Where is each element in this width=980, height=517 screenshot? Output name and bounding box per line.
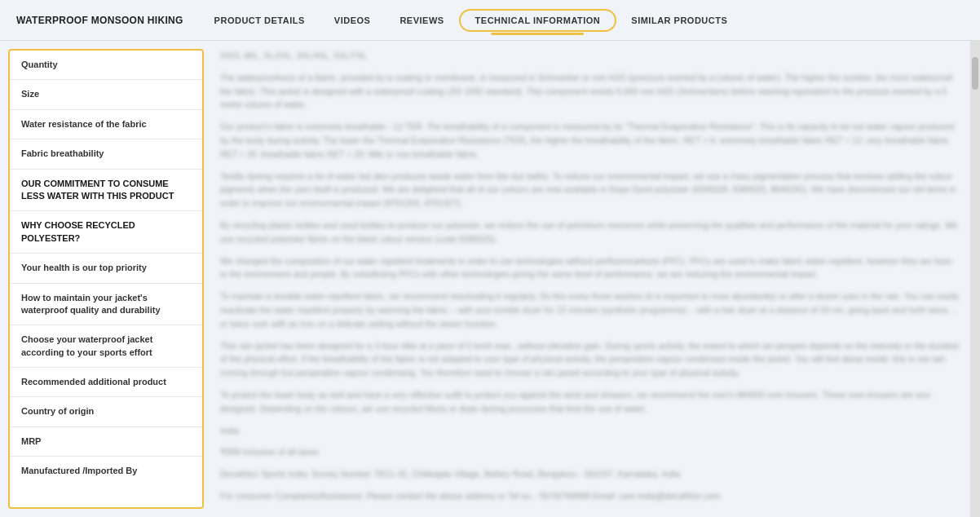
content-section-consumer-complaints-text: For consumer Complaints/Assistance: Plea… xyxy=(220,489,960,503)
sidebar-item-commitment-water[interactable]: OUR COMMITMENT TO CONSUME LESS WATER WIT… xyxy=(10,170,202,212)
brand-title: WATERPROOF MONSOON HIKING xyxy=(8,15,192,26)
nav-item-technical-information[interactable]: TECHNICAL INFORMATION xyxy=(459,9,617,32)
content-section-choose-jacket-text: This rain jacket has been designed for a… xyxy=(220,339,960,380)
section-text-health-priority-text: We changed the composition of our water … xyxy=(220,254,960,282)
section-text-recycled-polyester-text: By recycling plastic bottles and used bo… xyxy=(220,219,960,246)
section-text-choose-jacket-text: This rain jacket has been designed for a… xyxy=(220,339,960,380)
section-text-consumer-complaints-text: For consumer Complaints/Assistance: Plea… xyxy=(220,489,960,503)
nav-item-reviews[interactable]: REVIEWS xyxy=(385,0,458,40)
sidebar: QuantitySizeWater resistance of the fabr… xyxy=(8,49,204,509)
section-text-manufactured-by-text: Decathlon Sports India, Survey Number 78… xyxy=(220,467,960,481)
section-text-water-resistance-text: The waterproofness of a fabric, provided… xyxy=(220,71,960,112)
section-text-fabric-breathability-text: Our product's fabric is extremely breath… xyxy=(220,120,960,161)
sidebar-item-recycled-polyester[interactable]: WHY CHOOSE RECYCLED POLYESTER? xyxy=(10,211,202,254)
sidebar-item-manufactured-by[interactable]: Manufactured /Imported By xyxy=(10,457,202,485)
sidebar-item-choose-jacket[interactable]: Choose your waterproof jacket according … xyxy=(10,325,202,368)
section-text-commitment-water-text: Textile dyeing requires a lot of water b… xyxy=(220,170,960,210)
content-section-size-text: XS/S, M/L, XL/2XL, 3XL/4XL, 5XL/7XL xyxy=(220,49,960,63)
sidebar-item-recommended-product[interactable]: Recommended additional product xyxy=(10,368,202,397)
sidebar-item-size[interactable]: Size xyxy=(10,80,202,109)
content-section-manufactured-by-text: Decathlon Sports India, Survey Number 78… xyxy=(220,467,960,481)
section-text-size-text: XS/S, M/L, XL/2XL, 3XL/4XL, 5XL/7XL xyxy=(220,49,960,63)
content-section-health-priority-text: We changed the composition of our water … xyxy=(220,254,960,282)
content-section-commitment-water-text: Textile dyeing requires a lot of water b… xyxy=(220,170,960,210)
content-section-water-resistance-text: The waterproofness of a fabric, provided… xyxy=(220,71,960,112)
sidebar-item-country-of-origin[interactable]: Country of origin xyxy=(10,397,202,426)
nav-item-videos[interactable]: VIDEOS xyxy=(320,0,386,40)
scrollbar-thumb[interactable] xyxy=(972,57,978,90)
top-nav: WATERPROOF MONSOON HIKING PRODUCT DETAIL… xyxy=(0,0,980,41)
content-section-mrp-text: ₹999 inclusive of all taxes xyxy=(220,445,960,459)
sidebar-item-mrp[interactable]: MRP xyxy=(10,427,202,457)
sidebar-item-water-resistance[interactable]: Water resistance of the fabric xyxy=(10,110,202,139)
nav-item-product-details[interactable]: PRODUCT DETAILS xyxy=(200,0,320,40)
sidebar-item-fabric-breathability[interactable]: Fabric breathability xyxy=(10,139,202,169)
nav-item-similar-products[interactable]: SIMILAR PRODUCTS xyxy=(616,0,742,40)
content-section-country-origin-text: India xyxy=(220,424,960,438)
section-text-recommended-product-text: To protect the lower body as well and ha… xyxy=(220,388,960,416)
content-section-recycled-polyester-text: By recycling plastic bottles and used bo… xyxy=(220,219,960,246)
scrollbar[interactable] xyxy=(970,41,980,517)
content-area: XS/S, M/L, XL/2XL, 3XL/4XL, 5XL/7XLThe w… xyxy=(210,41,970,517)
section-text-maintain-jacket-text: To maintain a durable water-repellent fa… xyxy=(220,289,960,330)
main-content: QuantitySizeWater resistance of the fabr… xyxy=(0,41,980,517)
sidebar-item-maintain-jacket[interactable]: How to maintain your jacket's waterproof… xyxy=(10,284,202,326)
sidebar-item-health-priority[interactable]: Your health is our top priority xyxy=(10,254,202,283)
content-section-recommended-product-text: To protect the lower body as well and ha… xyxy=(220,388,960,416)
section-text-country-origin-text: India xyxy=(220,424,960,438)
section-text-mrp-text: ₹999 inclusive of all taxes xyxy=(220,445,960,459)
content-section-maintain-jacket-text: To maintain a durable water-repellent fa… xyxy=(220,289,960,330)
sidebar-item-quantity[interactable]: Quantity xyxy=(10,51,202,80)
content-section-fabric-breathability-text: Our product's fabric is extremely breath… xyxy=(220,120,960,161)
